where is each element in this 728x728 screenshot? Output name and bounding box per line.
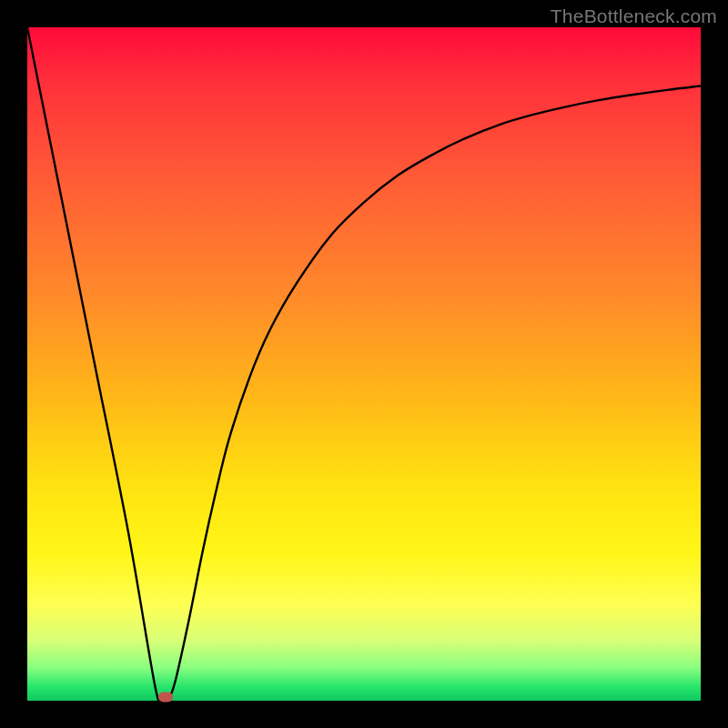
chart-curve <box>27 27 701 701</box>
chart-marker-dot <box>158 693 173 703</box>
chart-plot-area <box>27 27 701 701</box>
chart-series-path <box>27 27 701 703</box>
watermark-text: TheBottleneck.com <box>551 5 717 27</box>
chart-frame: TheBottleneck.com <box>0 0 728 728</box>
